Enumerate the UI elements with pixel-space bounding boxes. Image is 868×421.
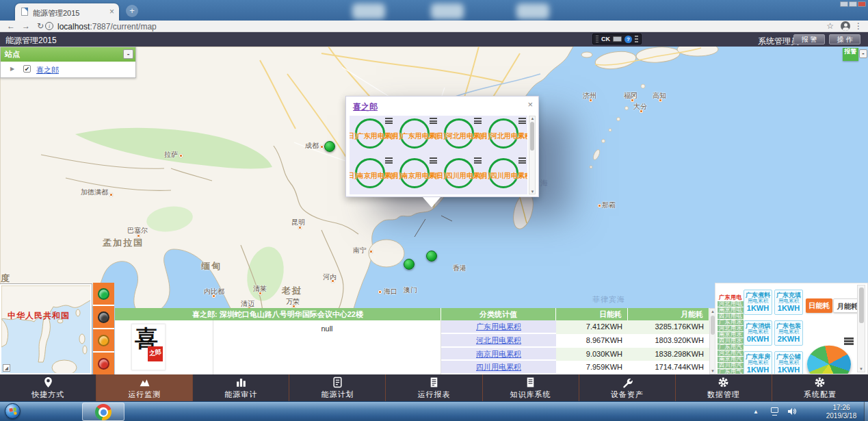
gauge[interactable]: (月)河北用电累积 [483,116,527,155]
map-city-dot [369,250,373,253]
minimap-expand-icon[interactable]: ◢ [3,364,10,372]
site-marker-icon[interactable] [426,251,437,261]
map-city-dot [378,290,382,294]
map-label: 南宁 [353,246,367,255]
url-field[interactable]: localhost:7887/current/map [57,22,157,31]
tile-value: 1KWH [775,366,802,374]
reload-icon[interactable]: ↻ [37,21,44,31]
alarm-panel-collapse-button[interactable]: - [859,49,867,58]
map-label: 澳门 [404,285,417,295]
chart-menu-icon[interactable] [518,157,526,164]
stat-tile[interactable]: 广东充填 用电累积 1KWH [774,290,803,315]
map-city-dot [640,110,643,113]
start-button[interactable] [5,403,21,419]
profile-avatar[interactable] [841,21,850,31]
window-minimize-button[interactable] [840,1,848,7]
chart-menu-icon[interactable] [385,118,393,124]
keyboard-icon[interactable] [613,36,622,42]
taskbar-chrome-button[interactable] [82,403,124,421]
ime-grip-icon[interactable] [596,36,599,42]
site-marker-icon[interactable] [404,259,415,270]
browser-tab[interactable]: 能源管理2015 × [15,3,119,21]
chart-menu-icon[interactable] [474,157,482,164]
stat-tile[interactable]: 广东库房 用电累积 1KWH [744,351,772,374]
gauge[interactable]: (日)南京用电累积 [350,155,394,194]
gauge[interactable]: (月)南京用电累积 [394,155,438,194]
category-link[interactable]: 南京用电累积 [476,350,521,358]
gauge[interactable]: (日)河北用电累积 [438,116,483,155]
stat-tile[interactable]: 广东煮料 用电累积 1KWH [744,290,772,315]
gauge-label[interactable]: (月)四川用电累积 [479,171,527,181]
energy-pie-chart[interactable] [807,346,851,374]
popup-close-icon[interactable]: × [527,99,533,110]
overview-minimap[interactable]: 中华人民共和国 ◢ [0,284,92,374]
gauge[interactable]: (日)广东用电累积 [350,116,394,155]
stat-tile[interactable]: 广东公辅 用电累积 1KWH [774,351,803,374]
volume-icon[interactable] [787,407,797,416]
stat-tile[interactable]: 广东包装 用电累积 2KWH [774,320,803,346]
nav-item-config[interactable]: 系统配置 [772,374,868,401]
chart-menu-icon[interactable] [844,337,854,345]
bookmark-star-icon[interactable]: ☆ [826,21,834,31]
nav-item-data[interactable]: 数据管理 [675,374,772,401]
nav-item-knowledge[interactable]: 知识库系统 [482,374,579,401]
category-link[interactable]: 四川用电累积 [476,363,521,371]
tray-expand-icon[interactable]: ▲ [753,409,759,415]
nav-item-monitoring[interactable]: 运行监测 [96,374,192,401]
ime-help-icon[interactable]: ? [624,36,632,43]
window-close-button[interactable] [858,1,866,7]
scroll-down-icon[interactable]: ▼ [530,190,535,194]
scrollbar-thumb[interactable] [859,288,864,323]
network-icon[interactable] [771,407,780,416]
panel-scrollbar[interactable]: ▼ [857,285,865,372]
gauge-label[interactable]: (月)河北用电累积 [479,131,527,141]
category-link[interactable]: 河北用电累积 [476,336,521,344]
show-desktop-button[interactable] [864,402,868,421]
nav-item-shortcuts[interactable]: 快捷方式 [0,374,96,401]
chart-menu-icon[interactable] [385,157,393,164]
browser-menu-icon[interactable]: ⋮ [854,21,863,31]
back-icon[interactable]: ← [7,21,15,31]
site-panel-collapse-button[interactable]: - [123,49,133,59]
scrollbar-thumb[interactable] [530,122,534,151]
new-tab-button[interactable]: + [126,5,138,17]
report-doc-icon [428,377,440,388]
popup-site-link[interactable]: 喜之郎 [353,101,378,113]
ime-mode-label[interactable]: CK [601,36,610,42]
tab-close-icon[interactable]: × [109,7,114,16]
gauge[interactable]: (月)广东用电累积 [394,116,438,155]
chrome-icon [95,404,111,420]
nav-item-assets[interactable]: 设备资产 [579,374,675,401]
window-maximize-button[interactable] [849,1,857,7]
gauge[interactable]: (日)四川用电累积 [438,155,483,194]
site-checkbox[interactable]: ✔ [23,65,31,73]
nav-item-audit[interactable]: 能源审计 [192,374,289,401]
chart-menu-icon[interactable] [474,118,482,124]
site-info-icon[interactable]: i [45,22,53,30]
alarm-button[interactable]: 报 警 [793,34,825,44]
chart-menu-icon[interactable] [430,118,437,124]
site-link[interactable]: 喜之郎 [36,65,59,75]
tile-value: 2KWH [775,335,802,344]
scroll-up-icon[interactable]: ▲ [530,116,535,120]
site-marker-icon[interactable] [324,141,335,152]
ime-toolbar[interactable]: CK ? [592,34,642,44]
popup-scrollbar[interactable]: ▲ ▼ [529,116,536,194]
ime-options-icon[interactable] [635,36,638,42]
scroll-down-icon[interactable]: ▼ [858,367,865,371]
gauge[interactable]: (月)四川用电累积 [483,155,527,194]
chart-menu-icon[interactable] [430,157,437,164]
chart-menu-icon[interactable] [518,118,526,124]
taskbar: ▲ 17:26 2019/3/18 [0,401,868,421]
tree-expand-icon[interactable]: ▶ [10,66,14,72]
tab-day-energy[interactable]: 日能耗 [806,298,832,313]
stat-tile[interactable]: 广东消烘 用电累积 0KWH [744,320,772,346]
alarm-panel-toggle[interactable]: 报警 [843,48,858,61]
taskbar-clock[interactable]: 17:26 2019/3/18 [820,404,863,420]
forward-icon[interactable]: → [22,21,30,31]
operate-button[interactable]: 操 作 [829,34,860,44]
category-link[interactable]: 广东用电累积 [476,322,521,331]
nav-item-reports[interactable]: 运行报表 [385,374,482,401]
nav-item-plan[interactable]: 能源计划 [289,374,385,401]
ticker-item: 河北用水 [718,326,744,331]
